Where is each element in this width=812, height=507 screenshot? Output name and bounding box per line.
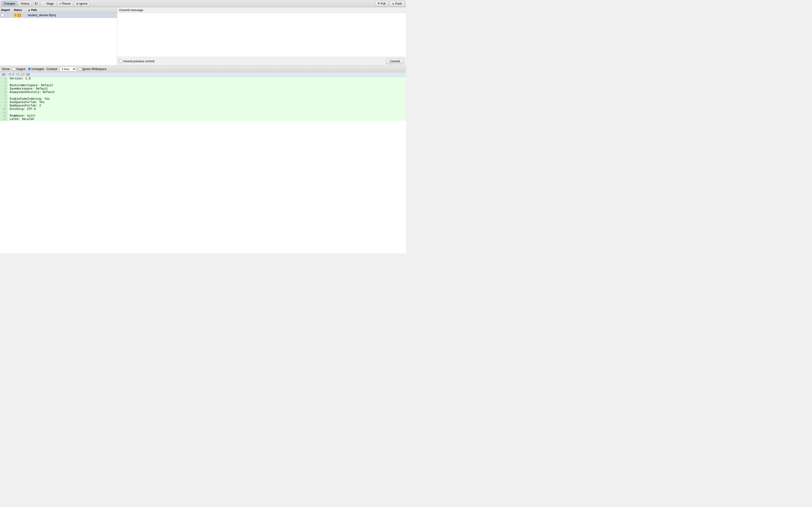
revert-icon: ↩	[59, 2, 62, 5]
sort-indicator: ▲	[28, 8, 31, 11]
line-number-5: 5	[0, 91, 8, 94]
col-path-label: Path	[31, 8, 37, 11]
col-header-status: Status	[14, 8, 26, 11]
pull-button[interactable]: Pull	[375, 1, 388, 6]
line-number-9: 9	[0, 104, 8, 107]
ignore-ws-label[interactable]: Ignore Whitespace	[79, 67, 107, 71]
show-label: Show	[2, 67, 10, 71]
line-content-4: SaveWorkspace: Default	[8, 87, 406, 91]
staged-radio[interactable]	[12, 67, 15, 70]
ignore-button[interactable]: ⊘ Ignore	[74, 1, 90, 6]
line-content-5: AlwaysSaveHistory: Default	[8, 91, 406, 94]
unstaged-radio-text: Unstaged	[32, 67, 44, 71]
revert-label: Revert	[62, 2, 71, 5]
line-number-6: 6	[0, 94, 8, 97]
line-content-7: EnableCodeIndexing: Yes	[8, 97, 406, 101]
line-number-12: 12	[0, 114, 8, 118]
status-icon-exclaim: !	[18, 13, 21, 17]
line-content-13: LaTeX: XeLaTeX	[8, 118, 406, 121]
diff-line-4: 4 SaveWorkspace: Default	[0, 87, 406, 91]
staged-radio-label[interactable]: Staged	[12, 67, 26, 71]
line-content-2	[8, 80, 406, 84]
line-number-3: 3	[0, 84, 8, 87]
diff-line-12: 12 RnwWeave: knitr	[0, 114, 406, 118]
ignore-ws-text: Ignore Whitespace	[83, 67, 107, 71]
history-button[interactable]: History	[18, 1, 32, 6]
line-content-6	[8, 94, 406, 97]
diff-hunk-header: @@ -0,0 +1,13 @@	[0, 72, 406, 77]
push-button[interactable]: Push	[389, 1, 405, 6]
line-number-13: 13	[0, 118, 8, 121]
line-number-8: 8	[0, 101, 8, 104]
context-label: Context	[46, 67, 57, 71]
line-content-9: NumSpacesForTab: 2	[8, 104, 406, 107]
ignore-ws-checkbox[interactable]	[79, 67, 82, 70]
diff-line-7: 7 EnableCodeIndexing: Yes	[0, 97, 406, 101]
file-list-header: Staged Status ▲ Path	[0, 7, 117, 12]
unstaged-radio[interactable]	[28, 67, 31, 70]
amend-checkbox[interactable]	[119, 60, 122, 63]
diff-controls-bar: Show Staged Unstaged Context 5 lines 2 l…	[0, 66, 406, 72]
checkmark-icon: ✓	[43, 2, 45, 5]
unstaged-radio-label[interactable]: Unstaged	[28, 67, 44, 71]
line-content-1: Version: 1.0	[8, 77, 406, 80]
pull-arrow-icon	[377, 3, 380, 4]
diff-line-8: 8 UseSpacesForTab: Yes	[0, 101, 406, 104]
diff-panel: @@ -0,0 +1,13 @@ 1 Version: 1.0 2 3 Rest…	[0, 72, 406, 253]
diff-line-13: 13 LaTeX: XeLaTeX	[0, 118, 406, 121]
push-label: Push	[395, 2, 402, 5]
line-number-10: 10	[0, 107, 8, 111]
diff-line-3: 3 RestoreWorkspace: Default	[0, 84, 406, 87]
status-cell: ? !	[14, 13, 26, 17]
diff-line-5: 5 AlwaysSaveHistory: Default	[0, 91, 406, 94]
commit-button[interactable]: Commit	[386, 58, 404, 64]
revert-button[interactable]: ↩ Revert	[57, 1, 73, 6]
line-content-8: UseSpacesForTab: Yes	[8, 101, 406, 104]
file-list-panel: Staged Status ▲ Path ? ! student_skinner…	[0, 7, 117, 65]
upper-section: Staged Status ▲ Path ? ! student_skinner…	[0, 7, 406, 66]
commit-message-textarea[interactable]	[117, 13, 406, 57]
amend-label-text: Amend previous commit	[123, 60, 154, 63]
ignore-label: Ignore	[79, 2, 88, 5]
stage-label: Stage	[46, 2, 54, 5]
line-number-4: 4	[0, 87, 8, 91]
stage-button[interactable]: ✓ Stage	[41, 1, 56, 6]
line-number-2: 2	[0, 80, 8, 84]
push-arrow-icon	[392, 3, 394, 4]
diff-line-1: 1 Version: 1.0	[0, 77, 406, 80]
pull-label: Pull	[381, 2, 386, 5]
line-content-11	[8, 111, 406, 114]
table-row[interactable]: ? ! student_skinner.Rproj	[0, 12, 117, 18]
line-number-1: 1	[0, 77, 8, 80]
staged-radio-text: Staged	[16, 67, 26, 71]
main-content: Staged Status ▲ Path ? ! student_skinner…	[0, 7, 406, 253]
commit-panel-footer: Amend previous commit Commit	[117, 57, 406, 65]
commit-panel: Commit message Amend previous commit Com…	[117, 7, 406, 65]
toolbar: Changes History ↻ ✓ Stage ↩ Revert ⊘ Ign…	[0, 0, 406, 7]
col-header-path: ▲ Path	[28, 8, 116, 11]
file-path: student_skinner.Rproj	[28, 13, 116, 17]
status-icon-question: ?	[14, 13, 17, 17]
diff-line-9: 9 NumSpacesForTab: 2	[0, 104, 406, 107]
diff-line-6: 6	[0, 94, 406, 97]
diff-line-11: 11	[0, 111, 406, 114]
line-number-7: 7	[0, 97, 8, 101]
commit-panel-header: Commit message	[117, 7, 406, 13]
refresh-icon[interactable]: ↻	[35, 2, 38, 6]
line-content-3: RestoreWorkspace: Default	[8, 84, 406, 87]
context-select[interactable]: 5 lines 2 lines 3 lines 10 lines	[60, 67, 76, 71]
line-number-11: 11	[0, 111, 8, 114]
amend-label[interactable]: Amend previous commit	[119, 60, 154, 63]
diff-line-10: 10 Encoding: UTF-8	[0, 107, 406, 111]
line-content-10: Encoding: UTF-8	[8, 107, 406, 111]
diff-line-2: 2	[0, 80, 406, 84]
staged-checkbox[interactable]	[1, 13, 4, 17]
changes-button[interactable]: Changes	[1, 1, 17, 6]
ignore-icon: ⊘	[76, 2, 79, 5]
line-content-12: RnwWeave: knitr	[8, 114, 406, 118]
staged-checkbox-cell	[1, 13, 12, 17]
col-header-staged: Staged	[1, 8, 12, 11]
